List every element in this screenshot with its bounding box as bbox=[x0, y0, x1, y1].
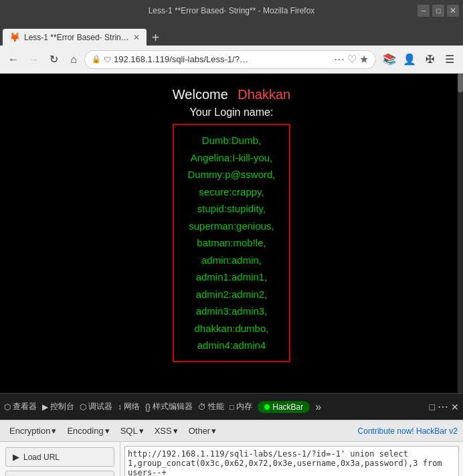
hackbar-url-area: https://blog.csdn.net/qq_33958671 bbox=[120, 442, 463, 476]
split-url-button[interactable]: ⚖ Split URL bbox=[5, 471, 114, 476]
forward-button[interactable]: → bbox=[24, 50, 43, 69]
console-label: 控制台 bbox=[50, 401, 74, 412]
encoding-menu[interactable]: Encoding ▾ bbox=[63, 424, 113, 437]
menu-button[interactable]: ☰ bbox=[440, 50, 459, 69]
debugger-icon: ⬡ bbox=[80, 402, 86, 412]
data-line: admin3:admin3, bbox=[187, 303, 275, 320]
other-arrow-icon: ▾ bbox=[211, 426, 216, 436]
data-line: batman:mob!le, bbox=[187, 234, 275, 252]
scrollbar[interactable] bbox=[458, 74, 463, 393]
hackbar-buttons-panel: ▶ Load URL ⚖ Split URL bbox=[0, 442, 120, 476]
inspector-label: 查看器 bbox=[13, 401, 37, 412]
data-line: admin2:admin2, bbox=[187, 286, 275, 303]
tab-title: Less-1 **Error Based- Strin… bbox=[24, 33, 129, 42]
undock-button[interactable]: □ bbox=[430, 400, 435, 413]
hackbar-label: HackBar bbox=[272, 402, 303, 412]
data-box: Dumb:Dumb,Angelina:I-kill-you,Dummy:p@ss… bbox=[173, 124, 290, 362]
scrollbar-thumb[interactable] bbox=[458, 74, 463, 92]
network-label: 网络 bbox=[124, 401, 140, 412]
network-button[interactable]: ↕ 网络 bbox=[118, 401, 140, 412]
style-editor-icon: {} bbox=[145, 402, 151, 412]
container-button[interactable]: ✠ bbox=[420, 50, 439, 69]
more-options-icon[interactable]: ⋯ bbox=[334, 53, 345, 66]
data-line: admin4:admin4 bbox=[187, 337, 275, 354]
url-bar[interactable]: 🔒 🛡 ⋯ ♡ ★ bbox=[84, 50, 376, 69]
new-tab-button[interactable]: + bbox=[148, 31, 164, 44]
bookmarks-button[interactable]: 📚 bbox=[380, 50, 399, 69]
hackbar-url-input[interactable] bbox=[124, 446, 459, 476]
debugger-button[interactable]: ⬡ 调试器 bbox=[80, 401, 112, 412]
encryption-arrow-icon: ▾ bbox=[52, 426, 56, 436]
xss-arrow-icon: ▾ bbox=[173, 426, 178, 436]
close-button[interactable]: ✕ bbox=[447, 5, 459, 17]
data-line: secure:crappy, bbox=[187, 183, 275, 201]
restore-button[interactable]: ◻ bbox=[432, 5, 444, 17]
xss-label: XSS bbox=[155, 426, 172, 436]
encryption-label: Encryption bbox=[9, 426, 50, 436]
url-input[interactable] bbox=[114, 54, 331, 64]
xss-menu[interactable]: XSS ▾ bbox=[151, 424, 182, 437]
contribute-link[interactable]: Contribute now! HackBar v2 bbox=[358, 426, 458, 436]
sql-menu[interactable]: SQL ▾ bbox=[116, 424, 148, 437]
load-url-icon: ▶ bbox=[13, 452, 19, 462]
minimize-button[interactable]: – bbox=[418, 5, 430, 17]
shield-icon: 🛡 bbox=[104, 56, 111, 64]
data-line: stupid:stupidity, bbox=[187, 200, 275, 218]
memory-label: 内存 bbox=[236, 401, 252, 412]
hackbar-toolbar: Encryption ▾ Encoding ▾ SQL ▾ XSS ▾ Othe… bbox=[0, 420, 463, 442]
tab-favicon: 🦊 bbox=[9, 32, 20, 42]
memory-icon: □ bbox=[229, 402, 234, 412]
data-line: superman:genious, bbox=[187, 218, 275, 235]
data-line: Angelina:I-kill-you, bbox=[187, 149, 275, 167]
hackbar-dot-icon bbox=[264, 404, 270, 410]
home-button[interactable]: ⌂ bbox=[64, 50, 83, 69]
star-icon[interactable]: ★ bbox=[359, 53, 369, 66]
sql-label: SQL bbox=[120, 426, 138, 436]
devtools-bar: ⬡ 查看器 ▶ 控制台 ⬡ 调试器 ↕ 网络 {} 样式编辑器 ⏱ 性能 □ 内… bbox=[0, 393, 463, 420]
style-editor-button[interactable]: {} 样式编辑器 bbox=[145, 401, 193, 412]
console-icon: ▶ bbox=[42, 402, 48, 412]
login-label: Your Login name: bbox=[0, 106, 463, 118]
more-devtools-button[interactable]: » bbox=[315, 401, 321, 413]
page-content: Welcome Dhakkan Your Login name: Dumb:Du… bbox=[0, 74, 463, 376]
data-line: admin:admin, bbox=[187, 252, 275, 269]
devtools-close-button[interactable]: ✕ bbox=[451, 400, 459, 413]
active-tab[interactable]: 🦊 Less-1 **Error Based- Strin… ✕ bbox=[3, 29, 147, 46]
bookmark-icon[interactable]: ♡ bbox=[347, 53, 357, 66]
performance-button[interactable]: ⏱ 性能 bbox=[198, 401, 224, 412]
style-editor-label: 样式编辑器 bbox=[153, 401, 193, 412]
browser-title: Less-1 **Error Based- String** - Mozilla… bbox=[149, 6, 315, 15]
tab-close-icon[interactable]: ✕ bbox=[133, 33, 140, 42]
hackbar-button[interactable]: HackBar bbox=[258, 401, 310, 413]
other-label: Other bbox=[189, 426, 211, 436]
inspector-button[interactable]: ⬡ 查看器 bbox=[4, 401, 37, 412]
inspector-icon: ⬡ bbox=[4, 402, 11, 412]
network-icon: ↕ bbox=[118, 402, 122, 412]
reload-button[interactable]: ↻ bbox=[44, 50, 63, 69]
hackbar-panel: Encryption ▾ Encoding ▾ SQL ▾ XSS ▾ Othe… bbox=[0, 420, 463, 476]
other-menu[interactable]: Other ▾ bbox=[185, 424, 221, 437]
debugger-label: 调试器 bbox=[88, 401, 112, 412]
data-line: Dumb:Dumb, bbox=[187, 132, 275, 149]
performance-icon: ⏱ bbox=[198, 402, 206, 412]
data-line: dhakkan:dumbo, bbox=[187, 320, 275, 337]
browser-content: Welcome Dhakkan Your Login name: Dumb:Du… bbox=[0, 74, 463, 393]
encoding-label: Encoding bbox=[67, 426, 103, 436]
back-button[interactable]: ← bbox=[4, 50, 23, 69]
encryption-menu[interactable]: Encryption ▾ bbox=[5, 424, 60, 437]
welcome-label: Welcome bbox=[173, 87, 228, 102]
welcome-name: Dhakkan bbox=[238, 87, 290, 102]
encoding-arrow-icon: ▾ bbox=[105, 426, 110, 436]
console-button[interactable]: ▶ 控制台 bbox=[42, 401, 74, 412]
devtools-more-button[interactable]: ⋯ bbox=[438, 400, 448, 413]
performance-label: 性能 bbox=[208, 401, 224, 412]
memory-button[interactable]: □ 内存 bbox=[229, 401, 252, 412]
sql-arrow-icon: ▾ bbox=[139, 426, 144, 436]
data-line: admin1:admin1, bbox=[187, 268, 275, 286]
lock-icon: 🔒 bbox=[92, 55, 101, 64]
load-url-button[interactable]: ▶ Load URL bbox=[5, 447, 114, 467]
data-line: Dummy:p@ssword, bbox=[187, 166, 275, 183]
sync-button[interactable]: 👤 bbox=[400, 50, 419, 69]
load-url-label: Load URL bbox=[23, 453, 60, 462]
